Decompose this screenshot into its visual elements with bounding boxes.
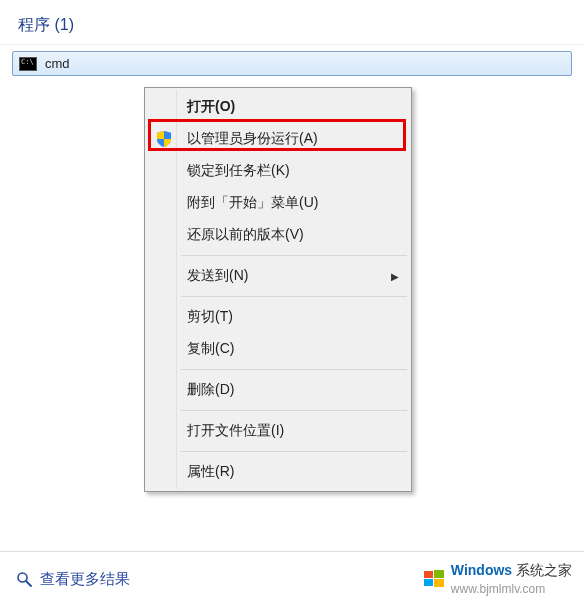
menu-run-as-admin[interactable]: 以管理员身份运行(A)	[147, 123, 409, 155]
menu-run-as-admin-label: 以管理员身份运行(A)	[187, 130, 318, 146]
svg-rect-5	[434, 579, 444, 587]
see-more-results[interactable]: 查看更多结果	[16, 570, 130, 589]
see-more-results-label: 查看更多结果	[40, 570, 130, 589]
menu-send-to[interactable]: 发送到(N)	[147, 260, 409, 292]
svg-rect-2	[424, 571, 433, 578]
search-result-cmd[interactable]: cmd	[12, 51, 572, 76]
menu-separator	[181, 296, 407, 297]
watermark-brand: Windows	[451, 562, 512, 578]
menu-separator	[181, 410, 407, 411]
start-search-panel: 程序 (1) cmd 打开(O) 以管理员身份运行(A) 锁定到任务栏(K) 附…	[0, 0, 584, 614]
search-icon	[16, 571, 32, 587]
category-header: 程序 (1)	[0, 10, 584, 45]
uac-shield-icon	[157, 131, 171, 147]
result-label: cmd	[45, 56, 70, 71]
bottom-bar: 查看更多结果 Windows 系统之家 www.bjmlmlv.com	[0, 551, 584, 614]
menu-open-file-location[interactable]: 打开文件位置(I)	[147, 415, 409, 447]
menu-separator	[181, 255, 407, 256]
menu-restore-previous[interactable]: 还原以前的版本(V)	[147, 219, 409, 251]
svg-rect-4	[424, 579, 433, 586]
menu-open[interactable]: 打开(O)	[147, 91, 409, 123]
windows-logo-icon	[423, 568, 445, 590]
menu-copy[interactable]: 复制(C)	[147, 333, 409, 365]
menu-delete[interactable]: 删除(D)	[147, 374, 409, 406]
menu-pin-taskbar[interactable]: 锁定到任务栏(K)	[147, 155, 409, 187]
menu-properties[interactable]: 属性(R)	[147, 456, 409, 488]
svg-rect-3	[434, 570, 444, 578]
menu-pin-start[interactable]: 附到「开始」菜单(U)	[147, 187, 409, 219]
watermark: Windows 系统之家 www.bjmlmlv.com	[423, 562, 572, 596]
menu-cut[interactable]: 剪切(T)	[147, 301, 409, 333]
menu-separator	[181, 369, 407, 370]
cmd-icon	[19, 57, 37, 71]
svg-line-1	[26, 581, 31, 586]
watermark-url: www.bjmlmlv.com	[451, 582, 545, 596]
context-menu: 打开(O) 以管理员身份运行(A) 锁定到任务栏(K) 附到「开始」菜单(U) …	[144, 87, 412, 492]
menu-separator	[181, 451, 407, 452]
watermark-cn: 系统之家	[516, 562, 572, 578]
